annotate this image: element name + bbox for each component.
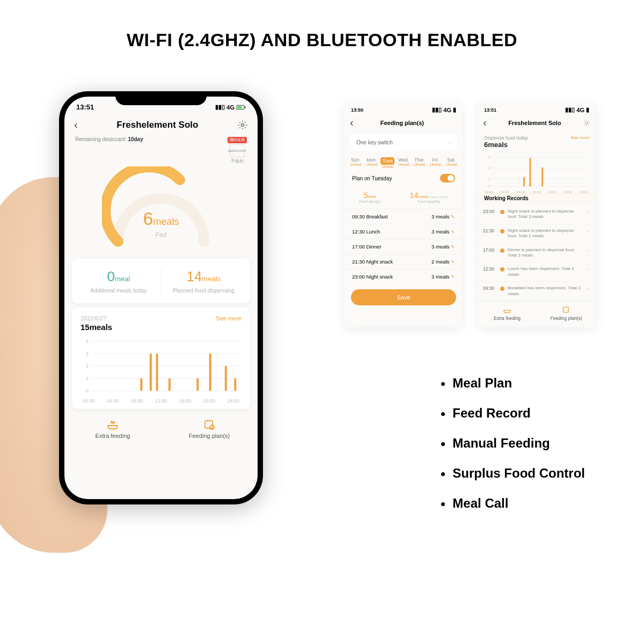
- signal-icon: ▮▮▯: [565, 106, 575, 113]
- svg-rect-22: [205, 421, 213, 428]
- svg-rect-20: [225, 366, 227, 391]
- signal-label: 4G: [226, 104, 235, 111]
- svg-point-23: [210, 425, 214, 429]
- edit-icon[interactable]: ✎: [451, 259, 455, 265]
- stat-right-unit: meals: [202, 275, 221, 283]
- svg-text:1: 1: [86, 376, 89, 381]
- plan-toggle-row: Plan on Tuesday: [345, 170, 463, 187]
- svg-text:0: 0: [488, 185, 490, 188]
- hand-holding-phone: 13:51 ▮▮▯ 4G ‹ Freshelement Solo Remaini…: [11, 91, 290, 617]
- back-icon[interactable]: ‹: [483, 116, 487, 129]
- meal-row[interactable]: 23:00 Night snack3 meals ✎: [345, 269, 463, 284]
- meal-row[interactable]: 09:30 Breakfast3 meals ✎: [345, 209, 463, 224]
- see-more-link[interactable]: See more: [570, 135, 589, 149]
- svg-rect-15: [150, 354, 152, 391]
- svg-text:1: 1: [488, 177, 489, 180]
- chevron-down-icon[interactable]: ⌄: [587, 209, 590, 214]
- signal-label: 4G: [576, 107, 584, 113]
- gauge-sub: Fed: [102, 231, 220, 239]
- record-row: 21:30Night snack is planned to dispense …: [478, 224, 596, 244]
- dispense-value: 6meals: [484, 141, 528, 149]
- one-key-switch[interactable]: One key switch›: [350, 134, 457, 151]
- chevron-down-icon[interactable]: ⌄: [587, 266, 590, 271]
- feature-item: Manual Feeding: [452, 436, 585, 451]
- feature-item: Surplus Food Control: [452, 466, 585, 481]
- desiccant-badge-red: 限时试用: [228, 137, 247, 143]
- svg-rect-33: [523, 177, 525, 187]
- app-title: Feeding plan(s): [380, 120, 424, 126]
- signal-label: 4G: [443, 107, 451, 113]
- mini-phone-feeding-plans: 13:50▮▮▯ 4G ▮ ‹Feeding plan(s) One key s…: [345, 102, 463, 327]
- stat-left-label: Additional meals today: [76, 287, 161, 294]
- stat-planned: 14meals Planned food dispensing: [161, 268, 246, 294]
- feature-item: Feed Record: [452, 406, 585, 421]
- nav-plan-label: Feeding plan(s): [550, 316, 582, 321]
- desiccant-row: Remaining desiccant: 10day 限时试用 DESICCAN…: [64, 134, 258, 166]
- signal-icon: ▮▮▯: [432, 106, 442, 113]
- mini-phone-records: 13:51▮▮▯ 4G ▮ ‹Freshelement Solo Dispens…: [478, 102, 596, 327]
- edit-icon[interactable]: ✎: [451, 229, 455, 235]
- edit-icon[interactable]: ✎: [451, 214, 455, 219]
- day-tab[interactable]: Sat.14meal: [444, 157, 458, 169]
- gauge: 6meals Fed: [64, 166, 258, 254]
- plan-toggle[interactable]: [440, 174, 455, 182]
- app-title: Freshelement Solo: [116, 120, 198, 130]
- extra-feeding-button[interactable]: Extra feeding: [478, 306, 537, 321]
- record-row: 23:00Night snack is planned to dispense …: [478, 205, 596, 224]
- edit-icon[interactable]: ✎: [451, 274, 455, 280]
- save-button[interactable]: Save: [351, 289, 456, 305]
- chart-card: 2022/6/27 See more 15meals 01234 00:0004…: [72, 308, 250, 409]
- extra-feeding-button[interactable]: Extra feeding: [64, 419, 161, 439]
- day-tab[interactable]: Mon.14meal: [365, 157, 379, 169]
- battery-icon: ▮: [586, 106, 589, 113]
- svg-text:3: 3: [488, 156, 490, 159]
- day-tab[interactable]: Tues14meal: [380, 157, 394, 169]
- summary-time-l: Feed time(s): [359, 200, 380, 203]
- desiccant-badge-cn: 干燥剂: [228, 158, 247, 164]
- day-tab[interactable]: Sun.14meal: [349, 157, 363, 169]
- svg-point-24: [586, 122, 588, 124]
- svg-rect-34: [529, 158, 531, 186]
- gear-icon[interactable]: [237, 120, 248, 130]
- back-icon[interactable]: ‹: [350, 116, 354, 129]
- back-icon[interactable]: ‹: [74, 119, 78, 131]
- summary-time-u: time: [368, 194, 376, 199]
- status-time: 13:51: [484, 107, 496, 113]
- chart-date: 2022/6/27: [80, 315, 107, 321]
- chart-x-axis: 00:0004:0008:0012:0016:0020:0024:00: [80, 397, 241, 404]
- chevron-down-icon[interactable]: ⌄: [587, 247, 590, 252]
- days-row: Sun.14mealMon.14mealTues14mealWed.14meal…: [345, 154, 463, 170]
- stat-left-value: 0: [107, 268, 114, 284]
- stats-card: 0meal Additional meals today 14meals Pla…: [72, 259, 250, 303]
- meal-row[interactable]: 17:00 Dinner3 meals ✎: [345, 239, 463, 254]
- gear-icon[interactable]: [583, 119, 590, 127]
- day-tab[interactable]: Wed.14meal: [397, 157, 411, 169]
- desiccant-badge[interactable]: 限时试用 DESICCANT 干燥剂: [228, 136, 247, 164]
- see-more-link[interactable]: See more: [216, 315, 241, 321]
- svg-text:3: 3: [86, 351, 89, 356]
- summary-qty-extra: (Approx.140g): [428, 195, 448, 199]
- app-header: ‹ Freshelement Solo: [64, 113, 258, 134]
- svg-rect-21: [234, 378, 236, 391]
- chevron-down-icon[interactable]: ⌄: [587, 228, 590, 233]
- stat-left-unit: meal: [115, 275, 130, 283]
- gauge-value: 6: [143, 208, 153, 229]
- feeding-plans-button[interactable]: Feeding plan(s): [161, 419, 258, 439]
- feature-item: Meal Call: [452, 496, 585, 511]
- chart-title: 15meals: [80, 323, 241, 332]
- desiccant-badge-box: DESICCANT: [230, 144, 245, 157]
- chevron-down-icon[interactable]: ⌄: [587, 286, 590, 290]
- edit-icon[interactable]: ✎: [451, 244, 455, 250]
- summary-qty-u: meal: [418, 194, 427, 199]
- day-tab[interactable]: Fri.14meal: [428, 157, 442, 169]
- feeding-plans-button[interactable]: Feeding plan(s): [537, 306, 596, 321]
- day-tab[interactable]: Thur.14meal: [413, 157, 427, 169]
- battery-icon: ▮: [453, 106, 456, 113]
- plan-icon: [562, 306, 570, 313]
- svg-text:4: 4: [86, 339, 89, 344]
- record-row: 12:30Lunch has been dispensed. Total 3 m…: [478, 262, 596, 282]
- meal-row[interactable]: 12:30 Lunch3 meals ✎: [345, 224, 463, 239]
- meal-row[interactable]: 21:30 Night snack2 meals ✎: [345, 254, 463, 269]
- stat-additional: 0meal Additional meals today: [76, 268, 161, 294]
- status-right: ▮▮▯ 4G: [215, 104, 246, 111]
